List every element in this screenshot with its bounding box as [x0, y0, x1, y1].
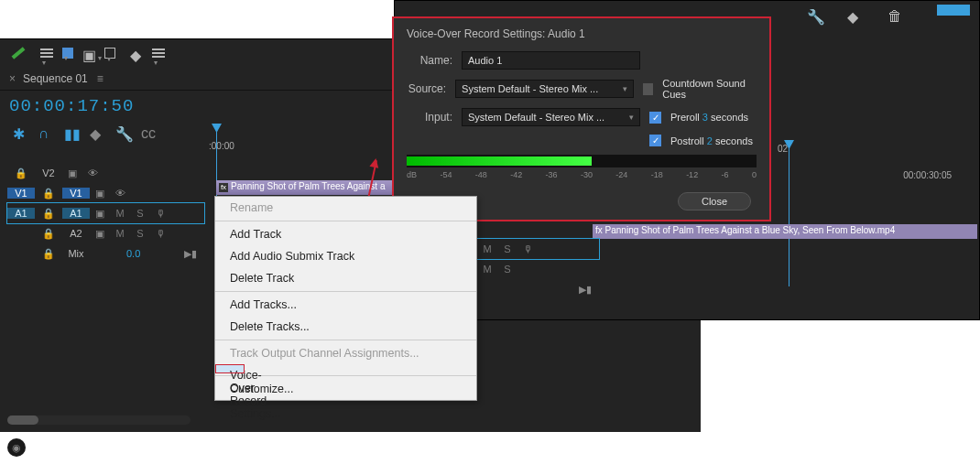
track-v1[interactable]: V1 — [62, 188, 90, 199]
voice-record-icon[interactable]: 🎙 — [150, 228, 170, 239]
close-button[interactable]: Close — [678, 192, 751, 210]
pen-icon[interactable] — [12, 47, 26, 59]
snap-icon[interactable]: ✱ — [13, 125, 26, 138]
preroll-seconds[interactable]: 3 — [702, 112, 708, 123]
source-label: Source: — [407, 82, 446, 95]
postroll-label: Postroll — [670, 135, 704, 146]
menu-rename[interactable]: Rename — [215, 197, 476, 219]
wrench-icon[interactable]: 🔧 — [115, 125, 128, 138]
cc-app-icon[interactable]: ◉ — [7, 438, 26, 457]
scale-tick: -6 — [722, 170, 729, 179]
ruler-tick-r2: 02 — [778, 144, 788, 154]
scale-tick: -30 — [581, 170, 593, 179]
menu-add-track[interactable]: Add Track — [215, 223, 476, 245]
source-value: System Default - Stereo Mix ... — [462, 83, 598, 94]
tracks-header: 🔒 V2 ▣ 👁 V1 🔒 V1 ▣ 👁 A1 🔒 A1 ▣ M S 🎙 🔒 A… — [7, 163, 204, 264]
eye-icon[interactable]: 👁 — [110, 188, 130, 199]
menu-delete-tracks[interactable]: Delete Tracks... — [215, 316, 476, 338]
track-v2[interactable]: V2 — [35, 167, 62, 178]
mute-button[interactable]: M — [477, 243, 497, 254]
fx-icon[interactable]: ▣ — [90, 228, 110, 240]
scale-tick: -36 — [546, 170, 558, 179]
name-input[interactable]: Audio 1 — [462, 51, 640, 70]
solo-button[interactable]: S — [497, 264, 517, 275]
db-label: dB — [407, 170, 417, 179]
clip-fx-icon: fx — [219, 183, 228, 192]
wrench-icon[interactable]: 🔧 — [807, 8, 820, 21]
menu-add-submix[interactable]: Add Audio Submix Track — [215, 245, 476, 267]
outline-icon[interactable] — [104, 48, 115, 59]
input-dropdown[interactable]: System Default - Stereo Mix ...▾ — [462, 108, 640, 126]
source-dropdown[interactable]: System Default - Stereo Mix ...▾ — [455, 80, 634, 98]
scale-tick: -18 — [651, 170, 663, 179]
video-clip[interactable]: fxPanning Shot of Palm Trees Against a — [216, 180, 394, 195]
scroll-thumb[interactable] — [7, 415, 38, 425]
tab-menu-icon[interactable]: ≡ — [97, 72, 103, 85]
track-mix[interactable]: Mix — [62, 248, 90, 259]
workarea-bar[interactable] — [937, 5, 970, 16]
track-a2[interactable]: A2 — [62, 228, 90, 239]
mute-button[interactable]: M — [110, 228, 130, 239]
voice-record-icon[interactable]: 🎙 — [517, 243, 538, 254]
video-clip-right[interactable]: fx Panning Shot of Palm Trees Against a … — [593, 224, 977, 239]
list-icon[interactable] — [40, 52, 53, 54]
voice-record-icon[interactable]: 🎙 — [150, 208, 170, 219]
track-a1[interactable]: A1 — [62, 208, 90, 219]
seconds-label: seconds — [711, 112, 748, 123]
fx-icon[interactable]: ▣ — [90, 188, 110, 200]
solo-button[interactable]: S — [130, 208, 150, 219]
menu-track-output[interactable]: Track Output Channel Assignments... — [215, 342, 476, 364]
track-a1-src[interactable]: A1 — [7, 208, 35, 219]
menu-voice-over-settings[interactable]: Voice-Over Record Settings... — [215, 364, 245, 373]
solo-button[interactable]: S — [130, 228, 150, 239]
trash-icon[interactable]: 🗑 — [887, 8, 900, 21]
marker-icon[interactable]: ◆ — [847, 8, 860, 21]
postroll-checkbox[interactable]: ✓ — [649, 135, 661, 146]
menu-delete-track[interactable]: Delete Track — [215, 267, 476, 289]
mute-button[interactable]: M — [110, 208, 130, 219]
mute-button[interactable]: M — [477, 264, 497, 275]
fx-icon[interactable]: ▣ — [90, 208, 110, 220]
timeline-scrollbar[interactable] — [7, 415, 191, 425]
menu-add-tracks[interactable]: Add Tracks... — [215, 294, 476, 316]
preroll-label: Preroll — [670, 112, 700, 123]
track-v1-src[interactable]: V1 — [7, 188, 35, 199]
close-tab-icon[interactable]: × — [9, 72, 16, 85]
countdown-checkbox[interactable]: ✓ — [643, 83, 653, 95]
scale-tick: -54 — [440, 170, 452, 179]
overlap-icon[interactable]: ▣ — [82, 47, 95, 59]
countdown-label: Countdown Sound Cues — [662, 78, 757, 100]
meter-scale: dB -54 -48 -42 -36 -30 -24 -18 -12 -6 0 — [407, 170, 757, 179]
solo-button[interactable]: S — [497, 243, 517, 254]
lock-icon[interactable]: 🔒 — [35, 208, 62, 220]
fx-icon[interactable]: ▣ — [62, 167, 82, 179]
linked-sel-icon[interactable]: ▮▮ — [64, 125, 77, 138]
magnet-icon[interactable]: ∩ — [38, 125, 51, 138]
marker-icon[interactable]: ◆ — [130, 47, 143, 59]
square-icon[interactable] — [62, 48, 73, 59]
list2-icon[interactable] — [152, 52, 165, 54]
mix-arrow-icon[interactable]: ▶▮ — [184, 248, 197, 260]
scale-tick: -42 — [510, 170, 522, 179]
clip-fx-icon: fx — [595, 225, 603, 235]
lock-icon[interactable]: 🔒 — [7, 167, 35, 179]
playhead-right[interactable] — [789, 140, 789, 286]
mix-value[interactable]: 0.0 — [126, 248, 140, 259]
lock-icon[interactable]: 🔒 — [35, 248, 62, 260]
preroll-checkbox[interactable]: ✓ — [649, 112, 661, 124]
current-timecode[interactable]: 00:00:17:50 — [9, 96, 134, 116]
audio-meter — [407, 155, 757, 167]
eye-icon[interactable]: 👁 — [82, 167, 103, 178]
meter-level — [407, 156, 592, 166]
lock-icon[interactable]: 🔒 — [35, 228, 62, 240]
chevron-down-icon: ▾ — [623, 84, 627, 93]
mix-arrow-icon[interactable]: ▶▮ — [579, 284, 592, 296]
voice-over-settings-dialog: Voice-Over Record Settings: Audio 1 Name… — [394, 18, 769, 220]
lock-icon[interactable]: 🔒 — [35, 188, 62, 200]
postroll-seconds[interactable]: 2 — [707, 135, 713, 146]
caption-icon[interactable]: cc — [141, 125, 154, 138]
scale-tick: -12 — [686, 170, 698, 179]
input-label: Input: — [407, 111, 452, 124]
ruler-tick: :00:00 — [209, 141, 234, 151]
marker2-icon[interactable]: ◆ — [90, 125, 103, 138]
